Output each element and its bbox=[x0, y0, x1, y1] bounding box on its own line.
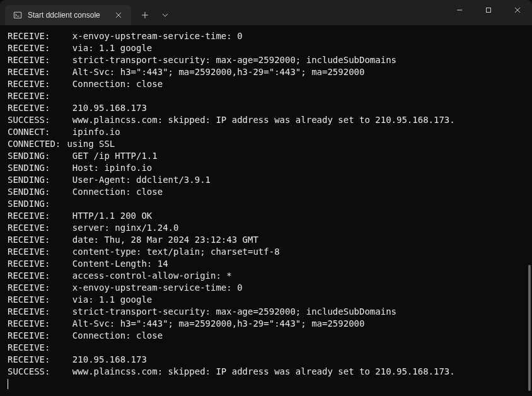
output-line: RECEIVE: 210.95.168.173 bbox=[8, 354, 524, 366]
line-tag: SUCCESS: bbox=[8, 366, 62, 378]
line-tag: RECEIVE: bbox=[8, 246, 62, 258]
line-text: Alt-Svc: h3=":443"; ma=2592000,h3-29=":4… bbox=[72, 318, 365, 329]
line-text: server: nginx/1.24.0 bbox=[72, 223, 179, 233]
output-line: RECEIVE: via: 1.1 google bbox=[8, 294, 524, 306]
output-line: RECEIVE: strict-transport-security: max-… bbox=[8, 306, 524, 318]
cursor-line bbox=[8, 378, 524, 390]
output-line: SENDING: Host: ipinfo.io bbox=[8, 162, 524, 174]
line-text: www.plaincss.com: skipped: IP address wa… bbox=[72, 115, 455, 125]
line-tag: RECEIVE: bbox=[8, 294, 62, 306]
line-text: www.plaincss.com: skipped: IP address wa… bbox=[72, 366, 455, 376]
line-tag: SENDING: bbox=[8, 174, 62, 186]
line-tag: RECEIVE: bbox=[8, 342, 62, 354]
output-line: RECEIVE: date: Thu, 28 Mar 2024 23:12:43… bbox=[8, 234, 524, 246]
output-lines: RECEIVE: x-envoy-upstream-service-time: … bbox=[8, 30, 524, 378]
output-line: RECEIVE: bbox=[8, 342, 524, 354]
output-line: RECEIVE: 210.95.168.173 bbox=[8, 102, 524, 114]
line-text: ipinfo.io bbox=[72, 127, 120, 137]
line-text: strict-transport-security: max-age=25920… bbox=[72, 306, 396, 317]
line-text: Alt-Svc: h3=":443"; ma=2592000,h3-29=":4… bbox=[72, 67, 365, 77]
line-text: via: 1.1 google bbox=[72, 294, 152, 305]
line-text: 210.95.168.173 bbox=[72, 103, 147, 113]
line-tag: RECEIVE: bbox=[8, 282, 62, 294]
line-text: date: Thu, 28 Mar 2024 23:12:43 GMT bbox=[72, 235, 258, 245]
output-line: SENDING: User-Agent: ddclient/3.9.1 bbox=[8, 174, 524, 186]
minimize-button[interactable] bbox=[445, 0, 474, 20]
output-line: SENDING: Connection: close bbox=[8, 186, 524, 198]
line-text: HTTP/1.1 200 OK bbox=[72, 211, 152, 221]
output-line: RECEIVE: Connection: close bbox=[8, 330, 524, 342]
line-tag: RECEIVE: bbox=[8, 270, 62, 282]
line-tag: RECEIVE: bbox=[8, 318, 62, 330]
output-line: CONNECT: ipinfo.io bbox=[8, 126, 524, 138]
tab-close-button[interactable] bbox=[113, 10, 124, 20]
line-text: access-control-allow-origin: * bbox=[72, 271, 232, 281]
output-line: RECEIVE: Connection: close bbox=[8, 78, 524, 90]
line-text: Content-Length: 14 bbox=[72, 259, 168, 269]
line-tag: CONNECT: bbox=[8, 126, 62, 138]
line-text: Connection: close bbox=[72, 79, 163, 89]
tab-title: Start ddclient console bbox=[28, 11, 108, 20]
output-line: RECEIVE: x-envoy-upstream-service-time: … bbox=[8, 282, 524, 294]
line-text: using SSL bbox=[62, 139, 115, 149]
line-tag: RECEIVE: bbox=[8, 222, 62, 234]
line-tag: RECEIVE: bbox=[8, 102, 62, 114]
line-tag: RECEIVE: bbox=[8, 306, 62, 318]
output-line: RECEIVE: server: nginx/1.24.0 bbox=[8, 222, 524, 234]
line-text: x-envoy-upstream-service-time: 0 bbox=[72, 31, 243, 41]
tab-area: Start ddclient console bbox=[0, 0, 174, 25]
line-tag: RECEIVE: bbox=[8, 54, 62, 66]
close-button[interactable] bbox=[503, 0, 532, 20]
line-tag: SUCCESS: bbox=[8, 114, 62, 126]
output-line: RECEIVE: content-type: text/plain; chars… bbox=[8, 246, 524, 258]
line-text: strict-transport-security: max-age=25920… bbox=[72, 55, 396, 65]
line-tag: SENDING: bbox=[8, 186, 62, 198]
line-tag: RECEIVE: bbox=[8, 78, 62, 90]
line-text: x-envoy-upstream-service-time: 0 bbox=[72, 282, 243, 293]
line-text: Host: ipinfo.io bbox=[72, 163, 152, 173]
line-text: Connection: close bbox=[72, 187, 163, 197]
line-tag: RECEIVE: bbox=[8, 258, 62, 270]
active-tab[interactable]: Start ddclient console bbox=[5, 5, 131, 25]
output-line: SENDING: GET /ip HTTP/1.1 bbox=[8, 150, 524, 162]
output-line: RECEIVE: access-control-allow-origin: * bbox=[8, 270, 524, 282]
terminal-output[interactable]: RECEIVE: x-envoy-upstream-service-time: … bbox=[0, 25, 532, 396]
window-controls bbox=[445, 0, 532, 25]
terminal-icon bbox=[13, 10, 23, 20]
output-line: RECEIVE: Alt-Svc: h3=":443"; ma=2592000,… bbox=[8, 318, 524, 330]
line-tag: SENDING: bbox=[8, 150, 62, 162]
tab-actions bbox=[136, 6, 174, 24]
line-tag: RECEIVE: bbox=[8, 66, 62, 78]
line-tag: RECEIVE: bbox=[8, 234, 62, 246]
line-tag: SENDING: bbox=[8, 162, 62, 174]
output-line: SUCCESS: www.plaincss.com: skipped: IP a… bbox=[8, 366, 524, 378]
line-text: Connection: close bbox=[72, 330, 163, 341]
line-tag: RECEIVE: bbox=[8, 90, 62, 102]
line-tag: RECEIVE: bbox=[8, 210, 62, 222]
output-line: RECEIVE: bbox=[8, 90, 524, 102]
line-tag: SENDING: bbox=[8, 198, 62, 210]
tab-dropdown-button[interactable] bbox=[156, 6, 174, 24]
line-tag: RECEIVE: bbox=[8, 42, 62, 54]
svg-rect-0 bbox=[14, 12, 21, 18]
line-text: GET /ip HTTP/1.1 bbox=[72, 151, 158, 161]
output-line: RECEIVE: HTTP/1.1 200 OK bbox=[8, 210, 524, 222]
text-cursor bbox=[8, 379, 8, 389]
line-text: via: 1.1 google bbox=[72, 43, 152, 53]
line-tag: CONNECTED: bbox=[8, 138, 62, 150]
output-line: RECEIVE: Alt-Svc: h3=":443"; ma=2592000,… bbox=[8, 66, 524, 78]
output-line: RECEIVE: via: 1.1 google bbox=[8, 42, 524, 54]
title-bar: Start ddclient console bbox=[0, 0, 532, 25]
line-tag: RECEIVE: bbox=[8, 330, 62, 342]
output-line: SUCCESS: www.plaincss.com: skipped: IP a… bbox=[8, 114, 524, 126]
svg-rect-1 bbox=[487, 8, 491, 13]
output-line: RECEIVE: strict-transport-security: max-… bbox=[8, 54, 524, 66]
output-line: CONNECTED: using SSL bbox=[8, 138, 524, 150]
new-tab-button[interactable] bbox=[136, 6, 154, 24]
scrollbar-thumb[interactable] bbox=[528, 265, 531, 391]
line-text: User-Agent: ddclient/3.9.1 bbox=[72, 175, 211, 185]
line-text: content-type: text/plain; charset=utf-8 bbox=[72, 247, 280, 257]
line-tag: RECEIVE: bbox=[8, 30, 62, 42]
maximize-button[interactable] bbox=[474, 0, 503, 20]
output-line: RECEIVE: Content-Length: 14 bbox=[8, 258, 524, 270]
